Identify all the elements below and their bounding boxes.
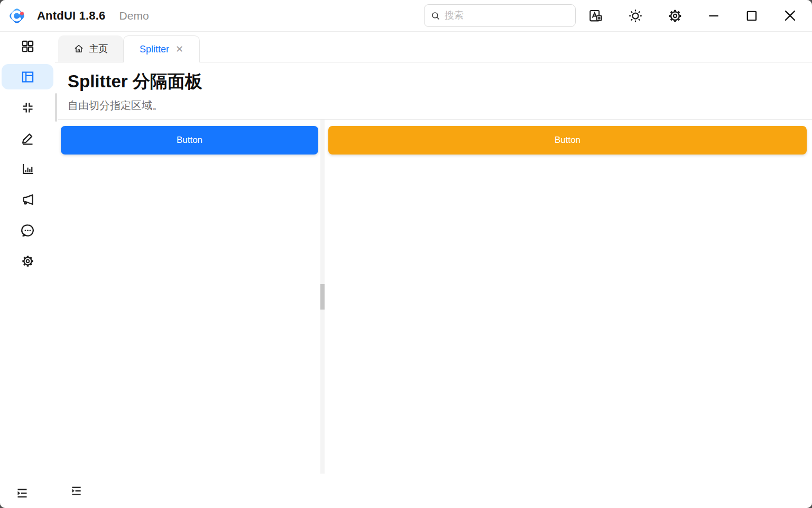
close-button[interactable] <box>771 0 809 32</box>
search-box[interactable] <box>424 4 576 27</box>
shrink-icon <box>23 103 32 112</box>
sidebar-scrollbar[interactable] <box>55 93 57 122</box>
demo-button-primary[interactable]: Button <box>61 126 318 155</box>
splitter-divider[interactable] <box>320 120 325 474</box>
grid-icon <box>22 41 32 51</box>
sidebar-item-layout[interactable] <box>2 64 53 89</box>
content-area: 主页 Splitter ✕ Splitter 分隔面板 自由切分指定区域。 Bu… <box>55 32 812 508</box>
bottom-bar <box>55 474 812 508</box>
message-icon <box>22 225 33 236</box>
page-subtitle: 自由切分指定区域。 <box>68 98 812 113</box>
maximize-icon <box>745 9 759 23</box>
sidebar-item-announcement[interactable] <box>2 187 53 212</box>
theme-light-button[interactable] <box>615 0 655 32</box>
translate-button[interactable] <box>576 0 615 32</box>
page-header: Splitter 分隔面板 自由切分指定区域。 <box>55 62 812 119</box>
app-window: AntdUI 1.8.6 Demo <box>0 0 812 508</box>
app-title: AntdUI 1.8.6 <box>37 9 106 23</box>
tab-strip: 主页 Splitter ✕ <box>55 32 812 62</box>
megaphone-icon <box>23 195 32 204</box>
search-icon <box>431 11 440 21</box>
sidebar-collapse-button[interactable] <box>13 484 31 502</box>
app-logo-icon <box>7 6 26 25</box>
sidebar-item-chart[interactable] <box>2 156 53 182</box>
layout-icon <box>22 72 32 81</box>
minimize-button[interactable] <box>695 0 733 32</box>
sun-icon <box>630 10 641 22</box>
close-icon <box>783 8 797 23</box>
tab-home-label: 主页 <box>89 42 108 55</box>
splitter-pane-right: Button <box>325 120 812 474</box>
tab-close-icon[interactable]: ✕ <box>176 44 183 54</box>
maximize-button[interactable] <box>733 0 771 32</box>
sidebar-item-settings[interactable] <box>2 248 53 274</box>
demo-button-warning[interactable]: Button <box>328 126 807 155</box>
page-title: Splitter 分隔面板 <box>68 70 812 94</box>
gear-icon <box>669 10 681 22</box>
sidebar-item-shrink[interactable] <box>2 95 53 120</box>
tab-splitter[interactable]: Splitter ✕ <box>123 35 200 62</box>
home-icon <box>75 46 82 52</box>
settings-button[interactable] <box>655 0 695 32</box>
splitter-drag-handle[interactable] <box>320 284 325 310</box>
splitter-pane-left: Button <box>58 120 320 474</box>
bar-chart-icon <box>23 164 33 173</box>
splitter-panel: Button Button <box>58 119 812 474</box>
gear-icon <box>22 256 33 266</box>
tab-home[interactable]: 主页 <box>58 35 123 62</box>
sidebar-item-message[interactable] <box>2 217 53 243</box>
app-subtitle: Demo <box>119 10 149 22</box>
tab-splitter-label: Splitter <box>140 44 169 55</box>
menu-unfold-icon <box>16 487 29 500</box>
sidebar-item-overview[interactable] <box>2 33 53 59</box>
search-input[interactable] <box>445 10 569 21</box>
minimize-icon <box>707 9 721 23</box>
sidebar <box>0 32 55 508</box>
menu-unfold-icon <box>70 485 82 497</box>
edit-pencil-icon <box>23 134 32 144</box>
expand-menu-button[interactable] <box>67 482 85 500</box>
translate-icon <box>590 11 601 21</box>
titlebar: AntdUI 1.8.6 Demo <box>0 0 812 32</box>
sidebar-item-edit[interactable] <box>2 125 53 151</box>
